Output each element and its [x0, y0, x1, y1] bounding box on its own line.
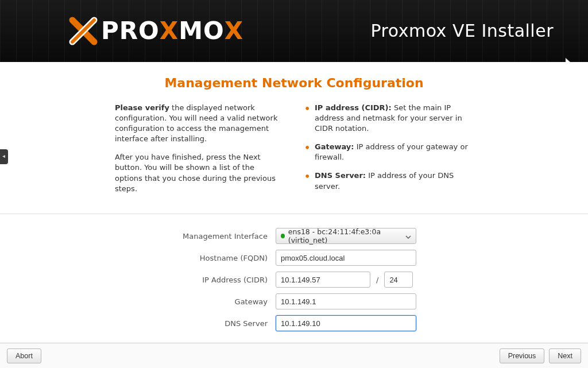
proxmox-x-icon: [69, 17, 98, 45]
ip-address-input[interactable]: [276, 272, 370, 288]
proxmox-logo: PRO X MO X: [69, 17, 243, 45]
chevron-down-icon: [405, 232, 411, 241]
label-management-interface: Management Interface: [0, 232, 276, 241]
installer-banner: PRO X MO X Proxmox VE Installer: [0, 0, 588, 62]
bullet-ip: IP address (CIDR): Set the main IP addre…: [304, 103, 473, 134]
management-interface-value: ens18 - bc:24:11:4f:e3:0a (virtio_net): [288, 227, 402, 245]
label-gateway: Gateway: [0, 297, 276, 306]
network-config-form: Management Interface ens18 - bc:24:11:4f…: [0, 214, 588, 343]
dns-server-input[interactable]: [276, 315, 416, 331]
previous-button[interactable]: Previous: [500, 348, 545, 363]
page-title: Management Network Configuration: [34, 76, 554, 90]
link-status-icon: [281, 234, 285, 238]
hostname-input[interactable]: [276, 250, 416, 266]
installer-title: Proxmox VE Installer: [371, 21, 554, 41]
bullet-gateway: Gateway: IP address of your gateway or f…: [304, 142, 473, 162]
description-left-column: Please verify the displayed network conf…: [115, 103, 284, 203]
management-interface-select[interactable]: ens18 - bc:24:11:4f:e3:0a (virtio_net): [276, 228, 416, 244]
next-button[interactable]: Next: [549, 348, 581, 363]
wizard-footer: Abort Previous Next: [0, 343, 588, 368]
label-dns-server: DNS Server: [0, 319, 276, 328]
label-ip-address: IP Address (CIDR): [0, 276, 276, 284]
cursor-icon: [565, 57, 573, 62]
side-panel-toggle[interactable]: [0, 149, 8, 164]
bullet-dns: DNS Server: IP address of your DNS serve…: [304, 171, 473, 191]
cidr-mask-input[interactable]: [384, 272, 413, 288]
description-right-column: IP address (CIDR): Set the main IP addre…: [304, 103, 473, 203]
label-hostname: Hostname (FQDN): [0, 254, 276, 262]
abort-button[interactable]: Abort: [7, 348, 41, 363]
cidr-separator: /: [376, 276, 378, 284]
gateway-input[interactable]: [276, 293, 416, 309]
